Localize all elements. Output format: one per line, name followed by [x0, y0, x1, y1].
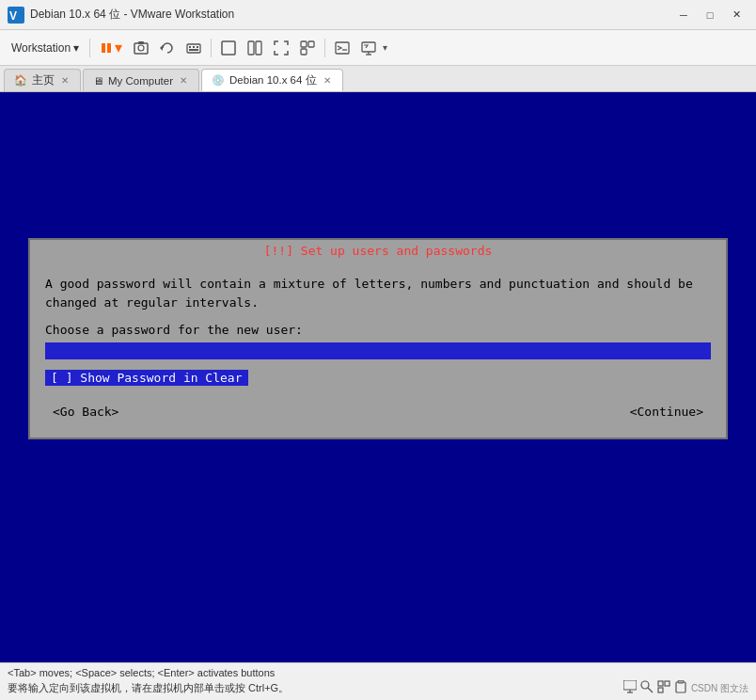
minimize-button[interactable]: ─ — [671, 6, 696, 24]
home-icon: 🏠 — [14, 74, 27, 87]
fullscreen-button[interactable] — [269, 36, 293, 60]
go-back-button[interactable]: <Go Back> — [45, 403, 126, 421]
svg-rect-32 — [665, 681, 669, 686]
tab-home-close[interactable]: ✕ — [59, 74, 71, 87]
pause-button[interactable]: ▾ — [95, 36, 127, 59]
single-window-button[interactable] — [216, 36, 241, 60]
window-title: Debian 10.x 64 位 - VMware Workstation — [30, 7, 671, 23]
workstation-menu[interactable]: Workstation ▾ — [6, 38, 85, 58]
display-button[interactable] — [356, 36, 381, 60]
status-bar: <Tab> moves; <Space> selects; <Enter> ac… — [0, 662, 756, 700]
svg-rect-33 — [658, 688, 663, 692]
redirect-text: 要将输入定向到该虚拟机，请在虚拟机内部单击或按 Ctrl+G。 — [8, 681, 289, 695]
snapshot-button[interactable] — [129, 36, 153, 60]
svg-rect-3 — [107, 43, 111, 53]
computer-icon: 🖥 — [93, 75, 103, 87]
dialog-prompt: Choose a password for the new user: — [45, 323, 711, 337]
svg-rect-10 — [193, 46, 195, 48]
dialog-body: A good password will contain a mixture o… — [30, 262, 726, 438]
svg-rect-23 — [362, 42, 375, 52]
svg-rect-35 — [678, 680, 684, 683]
search-status-icon[interactable] — [640, 680, 654, 696]
pause-chevron: ▾ — [115, 39, 122, 56]
svg-rect-9 — [189, 46, 191, 48]
close-button[interactable]: ✕ — [724, 6, 748, 24]
keyboard-hint: <Tab> moves; <Space> selects; <Enter> ac… — [8, 667, 748, 678]
svg-rect-31 — [658, 681, 663, 686]
display-dropdown[interactable]: ▾ — [383, 42, 387, 53]
debian-icon: 💿 — [212, 74, 225, 87]
tab-debian[interactable]: 💿 Debian 10.x 64 位 ✕ — [201, 69, 343, 91]
separator-1 — [89, 39, 90, 57]
setup-dialog: [!!] Set up users and passwords A good p… — [28, 238, 728, 439]
tab-mycomputer-label: My Computer — [108, 75, 173, 87]
status-icons: CSDN 图文法 — [623, 680, 748, 696]
svg-rect-16 — [248, 41, 254, 55]
svg-rect-26 — [623, 680, 637, 690]
unity-button[interactable] — [295, 36, 320, 60]
svg-rect-2 — [102, 43, 105, 53]
svg-line-30 — [648, 688, 653, 692]
revert-button[interactable] — [155, 36, 180, 60]
separator-3 — [324, 39, 325, 57]
window-controls: ─ □ ✕ — [671, 6, 748, 24]
dialog-description: A good password will contain a mixture o… — [45, 275, 711, 311]
dialog-buttons: <Go Back> <Continue> — [45, 399, 711, 424]
network-status-icon[interactable] — [657, 680, 670, 696]
svg-rect-6 — [138, 41, 144, 44]
tab-debian-label: Debian 10.x 64 位 — [229, 73, 317, 88]
svg-rect-18 — [301, 41, 307, 47]
show-password-button[interactable]: [ ] Show Password in Clear — [45, 370, 248, 386]
maximize-button[interactable]: □ — [698, 6, 722, 24]
split-view-button[interactable] — [243, 36, 267, 60]
svg-marker-7 — [160, 45, 163, 51]
svg-rect-11 — [197, 46, 198, 48]
tab-home[interactable]: 🏠 主页 ✕ — [4, 69, 81, 91]
svg-text:V: V — [9, 9, 17, 23]
svg-rect-8 — [187, 44, 200, 53]
tabs-bar: 🏠 主页 ✕ 🖥 My Computer ✕ 💿 Debian 10.x 64 … — [0, 66, 756, 92]
svg-rect-17 — [256, 41, 261, 55]
tab-home-label: 主页 — [32, 73, 55, 88]
svg-rect-20 — [301, 49, 307, 55]
vmware-icon: V — [8, 7, 24, 24]
svg-rect-15 — [222, 41, 235, 55]
svg-rect-12 — [189, 49, 191, 51]
dialog-title: [!!] Set up users and passwords — [30, 240, 726, 262]
vm-display[interactable]: [!!] Set up users and passwords A good p… — [0, 92, 756, 662]
password-input[interactable] — [45, 342, 711, 359]
redirect-hint: 要将输入定向到该虚拟机，请在虚拟机内部单击或按 Ctrl+G。 CSDN 图文法 — [8, 680, 748, 696]
continue-button[interactable]: <Continue> — [622, 403, 711, 421]
clipboard-status-icon[interactable] — [674, 680, 687, 696]
svg-rect-14 — [197, 49, 198, 51]
tab-mycomputer-close[interactable]: ✕ — [178, 74, 189, 87]
workstation-label: Workstation — [11, 41, 71, 55]
svg-rect-34 — [676, 682, 685, 692]
separator-2 — [211, 39, 212, 57]
tab-mycomputer[interactable]: 🖥 My Computer ✕ — [83, 69, 199, 91]
title-bar: V Debian 10.x 64 位 - VMware Workstation … — [0, 0, 756, 30]
tab-debian-close[interactable]: ✕ — [322, 74, 333, 87]
console-button[interactable] — [330, 36, 354, 60]
dialog-title-text: [!!] Set up users and passwords — [264, 244, 493, 258]
toolbar: Workstation ▾ ▾ ▾ — [0, 30, 756, 66]
svg-point-29 — [641, 681, 649, 689]
monitor-status-icon[interactable] — [623, 680, 637, 696]
watermark-text: CSDN 图文法 — [691, 682, 748, 695]
svg-rect-13 — [191, 49, 197, 51]
svg-point-5 — [138, 45, 144, 51]
pause-icon — [100, 41, 113, 55]
send-key-button[interactable] — [181, 36, 206, 60]
svg-rect-19 — [308, 41, 314, 47]
workstation-dropdown-icon: ▾ — [73, 41, 79, 55]
